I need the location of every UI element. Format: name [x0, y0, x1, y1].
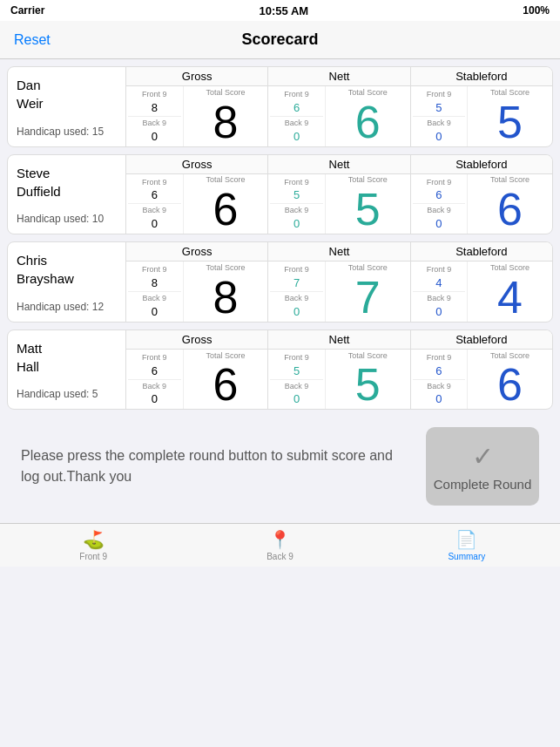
nett-back9-row: Back 9 0 — [270, 116, 323, 145]
gross-back9-value: 0 — [152, 130, 158, 143]
handicap-label: Handicap used: 5 — [17, 388, 117, 400]
stableford-front9-row: Front 9 5 — [413, 88, 466, 116]
stableford-back9-label: Back 9 — [427, 119, 451, 128]
gross-body: Front 9 6 Back 9 0 Total Score 6 — [126, 174, 267, 234]
page-title: Scorecard — [241, 31, 318, 49]
player-card: SteveDuffield Handicap used: 10 Gross Fr… — [7, 154, 553, 235]
stableford-back9-row: Back 9 0 — [413, 116, 466, 145]
player-name: MattHall — [17, 339, 117, 376]
tab-back9-label: Back 9 — [267, 552, 293, 561]
front9-label: Front 9 — [142, 90, 167, 99]
stableford-back9-value: 0 — [435, 130, 442, 143]
score-sections: Gross Front 9 6 Back 9 0 — [125, 330, 552, 410]
score-sections: Gross Front 9 8 Back 9 0 — [125, 67, 552, 146]
nett-body: Front 9 6 Back 9 0 Total Score 6 — [268, 86, 409, 146]
gross-front-back-col: Front 9 8 Back 9 0 — [126, 86, 184, 146]
stableford-front9-label: Front 9 — [427, 90, 452, 99]
doc-icon: 📄 — [455, 529, 477, 550]
time-label: 10:55 AM — [260, 4, 309, 17]
player-info: MattHall Handicap used: 5 — [8, 330, 125, 410]
gross-back9-row: Back 9 0 — [128, 116, 181, 145]
tab-summary-label: Summary — [448, 552, 485, 561]
score-sections: Gross Front 9 6 Back 9 0 — [125, 155, 552, 234]
player-name: DanWeir — [17, 76, 117, 112]
gross-section: Gross Front 9 6 Back 9 0 — [126, 330, 268, 410]
player-info: SteveDuffield Handicap used: 10 — [8, 155, 125, 234]
player-name: SteveDuffield — [17, 164, 117, 200]
nett-back9-label: Back 9 — [285, 119, 309, 128]
main-content: DanWeir Handicap used: 15 Gross Front 9 … — [0, 59, 560, 523]
stableford-front9-value: 5 — [435, 101, 442, 114]
player-card: MattHall Handicap used: 5 Gross Front 9 … — [7, 329, 553, 411]
handicap-label: Handicap used: 12 — [17, 301, 117, 313]
pin-icon: 📍 — [269, 529, 291, 550]
nett-section: Nett Front 9 7 Back 9 0 — [268, 242, 410, 322]
nett-front9-row: Front 9 6 — [270, 88, 323, 116]
carrier-label: Carrier — [10, 4, 44, 17]
gross-front9-value: 8 — [152, 101, 158, 114]
battery-label: 100% — [523, 4, 550, 17]
gross-total-value: 8 — [213, 99, 238, 145]
gross-section: Gross Front 9 8 Back 9 0 — [126, 242, 268, 322]
gross-header: Gross — [126, 67, 267, 86]
gross-total-col: Total Score 8 — [184, 86, 268, 146]
score-sections: Gross Front 9 8 Back 9 0 — [125, 242, 552, 322]
tab-front9[interactable]: ⛳ Front 9 — [0, 524, 186, 567]
gross-front-back-col: Front 9 6 Back 9 0 — [126, 174, 184, 234]
player-card: DanWeir Handicap used: 15 Gross Front 9 … — [7, 66, 553, 147]
tab-back9[interactable]: 📍 Back 9 — [186, 524, 373, 567]
stableford-section: Stableford Front 9 5 Back 9 0 — [411, 67, 552, 146]
nett-front9-value: 6 — [293, 101, 300, 114]
tab-bar: ⛳ Front 9 📍 Back 9 📄 Summary — [0, 523, 560, 567]
nett-total-col: Total Score 6 — [326, 86, 410, 146]
player-card: ChrisBrayshaw Handicap used: 12 Gross Fr… — [7, 241, 553, 323]
gross-body: Front 9 8 Back 9 0 Total Score 8 — [126, 86, 267, 146]
nett-header: Nett — [268, 67, 409, 86]
stableford-section: Stableford Front 9 6 Back 9 0 — [411, 155, 552, 234]
tab-front9-label: Front 9 — [79, 552, 107, 561]
gross-section: Gross Front 9 8 Back 9 0 — [126, 67, 268, 146]
bottom-area: Please press the complete round button t… — [7, 417, 553, 516]
complete-round-button[interactable]: ✓ Complete Round — [426, 427, 539, 506]
nav-bar: Reset Scorecard — [0, 21, 560, 59]
stableford-header: Stableford — [411, 67, 552, 86]
player-name: ChrisBrayshaw — [17, 251, 117, 288]
nett-front-back-col: Front 9 6 Back 9 0 — [268, 86, 326, 146]
gross-front9-row: Front 9 8 — [128, 88, 181, 116]
nett-back9-value: 0 — [293, 130, 300, 143]
stableford-front-back-col: Front 9 5 Back 9 0 — [411, 86, 469, 146]
reset-button[interactable]: Reset — [14, 32, 51, 48]
nett-section: Nett Front 9 5 Back 9 0 — [268, 330, 410, 410]
tab-summary[interactable]: 📄 Summary — [374, 524, 560, 567]
player-info: ChrisBrayshaw Handicap used: 12 — [8, 242, 125, 322]
player-info: DanWeir Handicap used: 15 — [8, 67, 125, 146]
nett-total-value: 6 — [355, 99, 381, 145]
nett-section: Nett Front 9 6 Back 9 0 — [268, 67, 410, 146]
stableford-total-col: Total Score 5 — [468, 86, 552, 146]
gross-section: Gross Front 9 6 Back 9 0 — [126, 155, 268, 234]
back9-label: Back 9 — [143, 119, 167, 128]
status-bar: Carrier 10:55 AM 100% — [0, 0, 560, 21]
handicap-label: Handicap used: 15 — [17, 126, 117, 138]
stableford-section: Stableford Front 9 6 Back 9 0 — [411, 330, 552, 410]
complete-round-label: Complete Round — [434, 477, 532, 492]
handicap-label: Handicap used: 10 — [17, 213, 117, 225]
checkmark-icon: ✓ — [472, 441, 494, 472]
stableford-body: Front 9 5 Back 9 0 Total Score 5 — [411, 86, 552, 146]
flag-icon: ⛳ — [83, 529, 105, 550]
stableford-total-value: 5 — [497, 99, 523, 145]
stableford-section: Stableford Front 9 4 Back 9 0 — [411, 242, 552, 322]
bottom-message: Please press the complete round button t… — [21, 445, 412, 487]
gross-header: Gross — [126, 155, 267, 174]
nett-section: Nett Front 9 5 Back 9 0 — [268, 155, 410, 234]
nett-front9-label: Front 9 — [284, 90, 309, 99]
